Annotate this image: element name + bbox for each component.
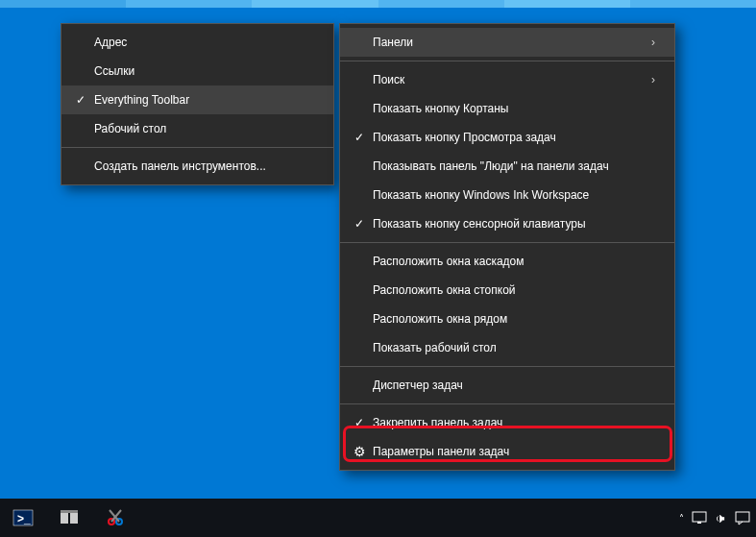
menu-item-label: Параметры панели задач — [369, 445, 655, 458]
chevron-right-icon: › — [651, 73, 655, 86]
svg-rect-2 — [61, 512, 68, 524]
menu-item-label: Расположить окна каскадом — [369, 255, 655, 268]
menu-item-ink-workspace[interactable]: Показать кнопку Windows Ink Workspace — [340, 181, 674, 209]
menu-item-label: Показывать панель "Люди" на панели задач — [369, 159, 655, 173]
menu-item-cortana-button[interactable]: Показать кнопку Кортаны — [340, 94, 674, 123]
menu-item-label: Показать рабочий стол — [369, 341, 655, 354]
submenu-item-desktop[interactable]: Рабочий стол — [61, 114, 333, 143]
snip-icon — [104, 506, 127, 529]
check-icon: ✓ — [350, 217, 369, 231]
svg-rect-3 — [70, 512, 78, 524]
menu-item-panels[interactable]: Панели › — [340, 28, 674, 57]
menu-item-label: Показать кнопку Windows Ink Workspace — [369, 188, 655, 202]
menu-item-label: Создать панель инструментов... — [90, 159, 314, 173]
system-tray: ˄ 🕩 — [679, 510, 756, 525]
chevron-right-icon: › — [651, 36, 655, 49]
menu-separator — [340, 403, 674, 404]
menu-item-label: Расположить окна стопкой — [369, 283, 655, 297]
powershell-icon: >_ — [12, 506, 35, 529]
menu-item-task-manager[interactable]: Диспетчер задач — [340, 371, 674, 400]
svg-rect-11 — [736, 512, 749, 522]
menu-item-label: Закрепить панель задач — [369, 416, 655, 429]
menu-item-label: Адрес — [90, 36, 314, 49]
taskbar-app-snip[interactable] — [92, 499, 138, 537]
submenu-item-address[interactable]: Адрес — [61, 28, 333, 57]
menu-item-label: Поиск — [369, 73, 651, 86]
menu-item-people-panel[interactable]: Показывать панель "Люди" на панели задач — [340, 152, 674, 181]
menu-item-label: Everything Toolbar — [90, 93, 314, 107]
submenu-item-everything-toolbar[interactable]: ✓ Everything Toolbar — [61, 85, 333, 114]
svg-rect-10 — [697, 522, 701, 524]
menu-item-taskbar-settings[interactable]: ⚙ Параметры панели задач — [340, 437, 674, 466]
menu-separator — [61, 147, 333, 148]
svg-rect-9 — [693, 512, 706, 522]
taskbar[interactable]: >_ ˄ 🕩 — [0, 499, 756, 537]
menu-item-label: Панели — [369, 36, 651, 49]
menu-item-stack[interactable]: Расположить окна стопкой — [340, 276, 674, 305]
tray-network-icon[interactable] — [692, 510, 707, 525]
gear-icon: ⚙ — [350, 444, 369, 459]
check-icon: ✓ — [350, 131, 369, 144]
menu-item-cascade[interactable]: Расположить окна каскадом — [340, 247, 674, 276]
check-icon: ✓ — [350, 416, 369, 429]
app-icon — [58, 506, 81, 529]
taskbar-app-unknown1[interactable] — [46, 499, 92, 537]
tray-action-center-icon[interactable] — [735, 510, 750, 525]
desktop-accent — [0, 0, 756, 8]
submenu-item-links[interactable]: Ссылки — [61, 57, 333, 85]
menu-item-label: Ссылки — [90, 64, 314, 78]
tray-overflow-icon[interactable]: ˄ — [679, 513, 684, 524]
menu-item-lock-taskbar[interactable]: ✓ Закрепить панель задач — [340, 408, 674, 437]
menu-item-show-desktop[interactable]: Показать рабочий стол — [340, 333, 674, 362]
menu-item-task-view-button[interactable]: ✓ Показать кнопку Просмотра задач — [340, 123, 674, 152]
menu-item-sidebyside[interactable]: Расположить окна рядом — [340, 305, 674, 333]
menu-item-label: Расположить окна рядом — [369, 312, 655, 326]
svg-text:>_: >_ — [17, 512, 31, 525]
taskbar-left: >_ — [0, 499, 138, 537]
taskbar-app-powershell[interactable]: >_ — [0, 499, 46, 537]
svg-rect-4 — [61, 510, 78, 513]
tray-speaker-icon[interactable]: 🕩 — [715, 511, 727, 525]
submenu-item-new-toolbar[interactable]: Создать панель инструментов... — [61, 152, 333, 181]
menu-item-label: Показать кнопку сенсорной клавиатуры — [369, 217, 655, 231]
menu-separator — [340, 242, 674, 243]
menu-item-label: Диспетчер задач — [369, 378, 655, 392]
menu-item-label: Показать кнопку Кортаны — [369, 102, 655, 115]
menu-item-touch-keyboard[interactable]: ✓ Показать кнопку сенсорной клавиатуры — [340, 209, 674, 238]
check-icon: ✓ — [71, 93, 90, 107]
menu-item-label: Рабочий стол — [90, 122, 314, 135]
menu-item-label: Показать кнопку Просмотра задач — [369, 131, 655, 144]
taskbar-context-menu: Панели › Поиск › Показать кнопку Кортаны… — [339, 23, 675, 471]
menu-separator — [340, 366, 674, 367]
toolbars-submenu: Адрес Ссылки ✓ Everything Toolbar Рабочи… — [61, 23, 334, 185]
menu-item-search[interactable]: Поиск › — [340, 65, 674, 94]
menu-separator — [340, 61, 674, 61]
